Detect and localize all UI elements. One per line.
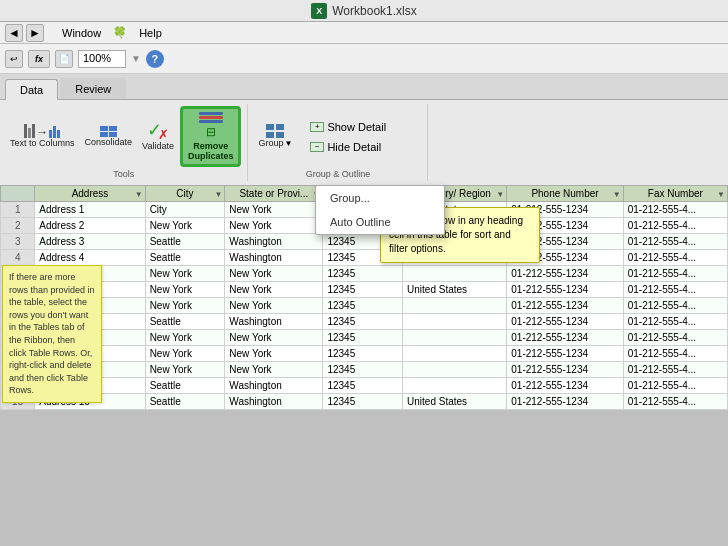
cell-state[interactable]: New York: [225, 218, 323, 234]
cell-city[interactable]: New York: [145, 346, 225, 362]
cell-city[interactable]: Seattle: [145, 234, 225, 250]
cell-postal[interactable]: 12345: [323, 282, 403, 298]
cell-city[interactable]: New York: [145, 298, 225, 314]
cell-country[interactable]: [403, 298, 507, 314]
dropdown-auto-outline-item[interactable]: Auto Outline: [316, 210, 444, 234]
cell-phone[interactable]: 01-212-555-1234: [507, 282, 623, 298]
cell-city[interactable]: Seattle: [145, 250, 225, 266]
cell-phone[interactable]: 01-212-555-1234: [507, 362, 623, 378]
validate-button[interactable]: ✓ ✗ Validate: [138, 118, 178, 155]
cell-address[interactable]: Address 2: [35, 218, 145, 234]
cell-state[interactable]: Washington: [225, 314, 323, 330]
cell-phone[interactable]: 01-212-555-1234: [507, 266, 623, 282]
cell-state[interactable]: New York: [225, 298, 323, 314]
tab-review[interactable]: Review: [60, 78, 126, 99]
col-header-phone[interactable]: Phone Number ▼: [507, 186, 623, 202]
undo-icon[interactable]: ↩: [5, 50, 23, 68]
back-icon[interactable]: ◄: [5, 24, 23, 42]
col-header-address[interactable]: Address ▼: [35, 186, 145, 202]
cell-state[interactable]: Washington: [225, 378, 323, 394]
help-button[interactable]: ?: [146, 50, 164, 68]
menu-window[interactable]: Window: [54, 25, 109, 41]
cell-fax[interactable]: 01-212-555-4...: [623, 234, 727, 250]
cell-fax[interactable]: 01-212-555-4...: [623, 202, 727, 218]
cell-country[interactable]: [403, 346, 507, 362]
cell-city[interactable]: New York: [145, 218, 225, 234]
cell-state[interactable]: Washington: [225, 234, 323, 250]
cell-fax[interactable]: 01-212-555-4...: [623, 330, 727, 346]
cell-country[interactable]: United States: [403, 282, 507, 298]
cell-postal[interactable]: 12345: [323, 378, 403, 394]
filter-arrow-phone[interactable]: ▼: [613, 189, 621, 198]
text-to-columns-button[interactable]: → Text to Columns: [6, 121, 79, 152]
cell-city[interactable]: New York: [145, 362, 225, 378]
cell-phone[interactable]: 01-212-555-1234: [507, 298, 623, 314]
cell-fax[interactable]: 01-212-555-4...: [623, 250, 727, 266]
menu-help[interactable]: Help: [131, 25, 170, 41]
show-detail-button[interactable]: + Show Detail: [306, 119, 390, 135]
cell-fax[interactable]: 01-212-555-4...: [623, 378, 727, 394]
cell-city[interactable]: New York: [145, 282, 225, 298]
cell-country[interactable]: [403, 330, 507, 346]
cell-address[interactable]: Address 4: [35, 250, 145, 266]
cell-postal[interactable]: 12345: [323, 394, 403, 410]
cell-phone[interactable]: 01-212-555-1234: [507, 314, 623, 330]
cell-state[interactable]: Washington: [225, 250, 323, 266]
filter-arrow-country[interactable]: ▼: [496, 189, 504, 198]
cell-fax[interactable]: 01-212-555-4...: [623, 346, 727, 362]
cell-fax[interactable]: 01-212-555-4...: [623, 282, 727, 298]
cell-city[interactable]: Seattle: [145, 378, 225, 394]
cell-phone[interactable]: 01-212-555-1234: [507, 346, 623, 362]
hide-detail-button[interactable]: − Hide Detail: [306, 139, 390, 155]
filter-arrow-fax[interactable]: ▼: [717, 189, 725, 198]
col-header-state[interactable]: State or Provi... ▼: [225, 186, 323, 202]
cell-country[interactable]: [403, 378, 507, 394]
cell-state[interactable]: New York: [225, 282, 323, 298]
fx-icon[interactable]: fx: [28, 50, 50, 68]
cell-country[interactable]: [403, 362, 507, 378]
cell-fax[interactable]: 01-212-555-4...: [623, 298, 727, 314]
cell-phone[interactable]: 01-212-555-1234: [507, 394, 623, 410]
cell-city[interactable]: New York: [145, 330, 225, 346]
forward-icon[interactable]: ►: [26, 24, 44, 42]
cell-country[interactable]: United States: [403, 394, 507, 410]
cell-city[interactable]: City: [145, 202, 225, 218]
group-button[interactable]: Group ▼: [254, 121, 296, 152]
cell-address[interactable]: Address 1: [35, 202, 145, 218]
cell-address[interactable]: Address 3: [35, 234, 145, 250]
cell-state[interactable]: New York: [225, 266, 323, 282]
cell-country[interactable]: [403, 266, 507, 282]
tab-data[interactable]: Data: [5, 79, 58, 100]
consolidate-button[interactable]: Consolidate: [81, 123, 137, 151]
cell-state[interactable]: New York: [225, 202, 323, 218]
cell-state[interactable]: New York: [225, 362, 323, 378]
filter-arrow-address[interactable]: ▼: [135, 189, 143, 198]
cell-fax[interactable]: 01-212-555-4...: [623, 218, 727, 234]
cell-postal[interactable]: 12345: [323, 362, 403, 378]
cell-city[interactable]: Seattle: [145, 394, 225, 410]
col-header-city[interactable]: City ▼: [145, 186, 225, 202]
cell-postal[interactable]: 12345: [323, 330, 403, 346]
new-icon[interactable]: 📄: [55, 50, 73, 68]
col-header-fax[interactable]: Fax Number ▼: [623, 186, 727, 202]
cell-city[interactable]: Seattle: [145, 314, 225, 330]
cell-fax[interactable]: 01-212-555-4...: [623, 266, 727, 282]
cell-country[interactable]: [403, 314, 507, 330]
filter-arrow-city[interactable]: ▼: [214, 189, 222, 198]
cell-fax[interactable]: 01-212-555-4...: [623, 314, 727, 330]
zoom-input[interactable]: 100%: [78, 50, 126, 68]
dropdown-group-item[interactable]: Group...: [316, 186, 444, 210]
cell-city[interactable]: New York: [145, 266, 225, 282]
cell-state[interactable]: New York: [225, 330, 323, 346]
cell-postal[interactable]: 12345: [323, 346, 403, 362]
cell-state[interactable]: Washington: [225, 394, 323, 410]
cell-postal[interactable]: 12345: [323, 266, 403, 282]
cell-fax[interactable]: 01-212-555-4...: [623, 362, 727, 378]
cell-phone[interactable]: 01-212-555-1234: [507, 330, 623, 346]
remove-duplicates-button[interactable]: ⊟ RemoveDuplicates: [180, 106, 242, 167]
cell-state[interactable]: New York: [225, 346, 323, 362]
cell-fax[interactable]: 01-212-555-4...: [623, 394, 727, 410]
cell-postal[interactable]: 12345: [323, 314, 403, 330]
cell-postal[interactable]: 12345: [323, 298, 403, 314]
cell-phone[interactable]: 01-212-555-1234: [507, 378, 623, 394]
